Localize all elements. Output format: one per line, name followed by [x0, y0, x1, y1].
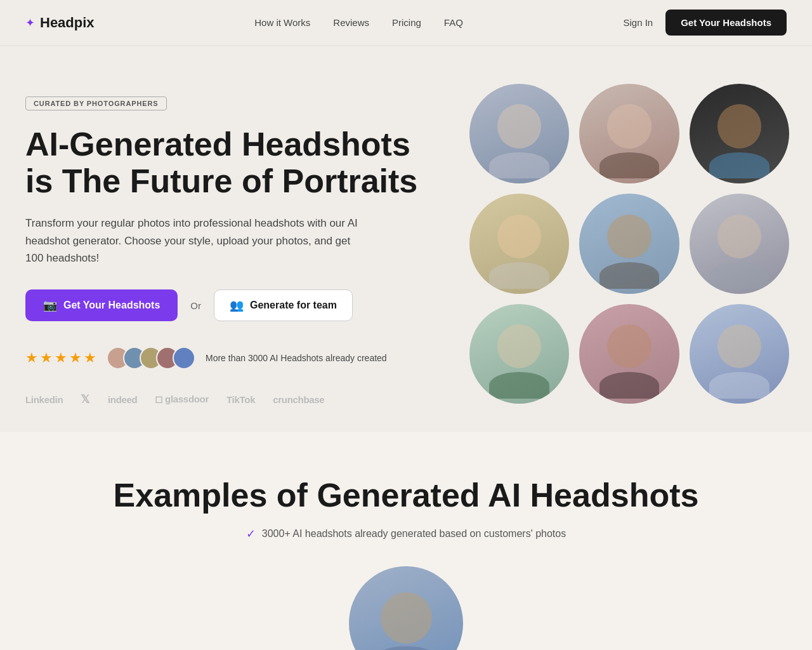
sign-in-button[interactable]: Sign In — [623, 17, 653, 28]
generate-for-team-button[interactable]: 👥 Generate for team — [214, 289, 353, 321]
brand-crunchbase: crunchbase — [273, 394, 324, 405]
nav-link-faq[interactable]: FAQ — [444, 17, 463, 28]
hero-cta-group: 📷 Get Your Headshots Or 👥 Generate for t… — [25, 289, 444, 321]
nav-actions: Sign In Get Your Headshots — [623, 10, 787, 36]
check-icon: ✓ — [246, 527, 256, 541]
headshot-grid-container — [469, 84, 789, 404]
brand-logos: Linkedin 𝕏 indeed ◻ glassdoor TikTok cru… — [25, 392, 444, 406]
cta-or-text: Or — [190, 300, 201, 311]
camera-icon: 📷 — [43, 298, 57, 312]
brand-x: 𝕏 — [81, 392, 90, 406]
hero-left: Curated by Photographers AI-Generated He… — [25, 84, 444, 406]
social-proof: ★ ★ ★ ★ ★ More than 3000 AI Headshots al… — [25, 347, 444, 369]
hero-description: Transform your regular photos into profe… — [25, 215, 368, 267]
nav-links: How it Works Reviews Pricing FAQ — [254, 17, 463, 28]
examples-check-row: ✓ 3000+ AI headshots already generated b… — [25, 527, 787, 541]
headshot-2 — [579, 84, 679, 183]
brand-linkedin: Linkedin — [25, 394, 63, 405]
user-avatars — [107, 347, 195, 369]
logo-text: Headpix — [40, 15, 95, 31]
star-4: ★ — [69, 350, 82, 366]
headshot-4 — [469, 194, 569, 293]
headshot-7 — [469, 304, 569, 404]
logo-link[interactable]: ✦ Headpix — [25, 15, 95, 31]
nav-get-headshots-button[interactable]: Get Your Headshots — [665, 10, 787, 36]
examples-subtitle: 3000+ AI headshots already generated bas… — [262, 528, 566, 540]
navbar: ✦ Headpix How it Works Reviews Pricing F… — [0, 0, 812, 46]
hero-section: Curated by Photographers AI-Generated He… — [0, 46, 812, 432]
avatar-5 — [173, 347, 195, 369]
brand-glassdoor: ◻ glassdoor — [155, 394, 209, 405]
examples-title: Examples of Generated AI Headshots — [25, 476, 787, 514]
star-rating: ★ ★ ★ ★ ★ — [25, 350, 96, 366]
team-icon: 👥 — [230, 298, 244, 312]
examples-section: Examples of Generated AI Headshots ✓ 300… — [0, 432, 812, 650]
star-5: ★ — [84, 350, 96, 366]
headshot-1 — [469, 84, 569, 183]
preview-headshot-container — [25, 566, 787, 650]
headshot-5 — [579, 194, 679, 293]
headshot-8 — [579, 304, 679, 404]
star-3: ★ — [55, 350, 67, 366]
headshot-9 — [690, 304, 789, 404]
brand-indeed: indeed — [108, 394, 138, 405]
brand-tiktok: TikTok — [226, 394, 255, 405]
star-2: ★ — [40, 350, 53, 366]
headshot-grid — [469, 84, 789, 404]
curated-badge: Curated by Photographers — [25, 96, 167, 110]
star-1: ★ — [25, 350, 38, 366]
nav-link-pricing[interactable]: Pricing — [392, 17, 421, 28]
nav-link-how-it-works[interactable]: How it Works — [254, 17, 310, 28]
social-proof-text: More than 3000 AI Headshots already crea… — [206, 353, 387, 363]
logo-icon: ✦ — [25, 16, 35, 30]
headshot-6 — [690, 194, 789, 293]
get-headshots-primary-button[interactable]: 📷 Get Your Headshots — [25, 289, 178, 321]
hero-title: AI-Generated Headshots is The Future of … — [25, 126, 444, 199]
headshot-3 — [690, 84, 789, 183]
preview-headshot — [349, 566, 463, 650]
nav-link-reviews[interactable]: Reviews — [333, 17, 369, 28]
